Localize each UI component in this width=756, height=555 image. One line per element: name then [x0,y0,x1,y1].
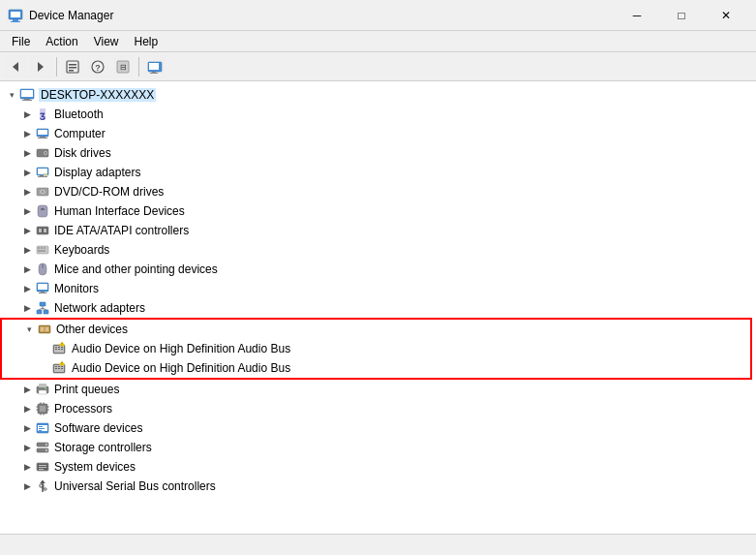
menu-help[interactable]: Help [127,33,166,50]
svg-text:?: ? [95,63,101,73]
tree-item-audio1[interactable]: ! Audio Device on High Definition Audio … [2,339,750,358]
display-expander[interactable]: ▶ [19,165,35,180]
svg-rect-17 [150,73,158,74]
tree-item-mice[interactable]: ▶ Mice and other pointing devices [0,260,756,279]
tree-item-bluetooth[interactable]: ▶ ʒ Bluetooth [0,105,756,124]
app-icon [8,8,23,23]
svg-rect-2 [13,19,18,21]
computer-expander[interactable]: ▶ [19,126,35,141]
close-button[interactable]: ✕ [704,0,748,31]
dvd-expander[interactable]: ▶ [19,184,35,200]
tree-item-print[interactable]: ▶ Print queues [0,380,756,399]
svg-rect-80 [55,366,57,367]
other-devices-label: Other devices [56,323,128,336]
svg-rect-56 [41,292,45,293]
toolbar-sep-2 [138,57,139,77]
usb-icon [35,478,50,494]
svg-rect-8 [69,67,76,69]
svg-rect-47 [38,247,40,249]
update-driver-button[interactable]: ⊟ [111,55,135,78]
computer-label: Computer [54,127,106,140]
disk-expander[interactable]: ▶ [19,145,35,161]
tree-root[interactable]: ▾ DESKTOP-XXXXXXX [0,85,756,105]
menu-action[interactable]: Action [38,33,85,50]
menu-file[interactable]: File [4,33,38,50]
display-adapter-icon [35,165,50,180]
svg-line-62 [39,308,43,310]
tree-item-dvd[interactable]: ▶ DVD/CD-ROM drives [0,182,756,201]
mice-expander[interactable]: ▶ [19,262,35,277]
svg-rect-60 [44,310,48,314]
software-expander[interactable]: ▶ [19,420,35,436]
bluetooth-expander[interactable]: ▶ [19,107,35,122]
tree-item-hid[interactable]: ▶ Human Interface Devices [0,201,756,221]
ide-expander[interactable]: ▶ [19,223,35,238]
svg-marker-5 [38,62,44,72]
tree-item-disk[interactable]: ▶ Disk drives [0,143,756,163]
monitors-expander[interactable]: ▶ [19,281,35,296]
svg-rect-104 [39,426,43,427]
system-expander[interactable]: ▶ [19,459,35,475]
software-icon [35,420,50,436]
svg-line-63 [43,308,46,310]
audio2-expander [37,360,52,376]
svg-rect-59 [37,310,42,314]
properties-button[interactable] [61,55,84,78]
tree-item-storage[interactable]: ▶ Storage controllers [0,438,756,457]
help-button[interactable]: ? [86,55,109,78]
hid-expander[interactable]: ▶ [19,203,35,219]
svg-rect-106 [39,430,42,431]
svg-rect-75 [61,349,63,350]
monitor-icon [35,281,50,296]
tree-item-ide[interactable]: ▶ IDE ATA/ATAPI controllers [0,221,756,240]
tree-item-system[interactable]: ▶ System devices [0,457,756,477]
minimize-button[interactable]: ─ [615,0,659,31]
tree-item-display[interactable]: ▶ Display adapters [0,163,756,182]
audio2-label: Audio Device on High Definition Audio Bu… [72,361,290,375]
menu-view[interactable]: View [86,33,127,50]
processors-expander[interactable]: ▶ [19,401,35,416]
tree-item-monitors[interactable]: ▶ Monitors [0,279,756,298]
network-expander[interactable]: ▶ [19,300,35,316]
audio2-warning-icon: ! [52,360,68,376]
svg-marker-4 [13,62,18,72]
tree-item-software[interactable]: ▶ Software devices [0,418,756,438]
svg-rect-44 [39,229,42,232]
svg-rect-7 [69,64,76,66]
forward-button[interactable] [29,55,52,78]
computer-icon [19,87,35,103]
audio1-expander [37,341,52,356]
svg-point-30 [45,152,46,154]
svg-text:⊟: ⊟ [120,63,127,72]
svg-rect-72 [61,347,63,348]
svg-text:ʒ: ʒ [40,109,45,120]
keyboard-expander[interactable]: ▶ [19,242,35,258]
svg-rect-89 [39,384,46,387]
tree-view[interactable]: ▾ DESKTOP-XXXXXXX ▶ ʒ Bluetoot [0,81,756,534]
keyboard-icon [35,242,50,258]
svg-rect-49 [44,247,45,249]
dvd-icon [35,184,50,200]
root-expander[interactable]: ▾ [4,87,19,103]
svg-rect-82 [61,366,63,367]
back-button[interactable] [4,55,27,78]
maximize-button[interactable]: □ [659,0,704,31]
dvd-label: DVD/CD-ROM drives [54,185,164,199]
print-expander[interactable]: ▶ [19,382,35,397]
other-devices-expander[interactable]: ▾ [21,322,37,337]
show-hidden-button[interactable] [143,55,166,78]
tree-item-processors[interactable]: ▶ Processors [0,399,756,418]
tree-item-network[interactable]: ▶ Network adapters [0,298,756,318]
tree-item-other-devices[interactable]: ▾ Other devices [2,320,750,339]
usb-expander[interactable]: ▶ [19,478,35,494]
tree-item-audio2[interactable]: ! Audio Device on High Definition Audio … [2,358,750,378]
tree-item-usb[interactable]: ▶ Universal Serial Bus controllers [0,477,756,496]
toolbar: ? ⊟ [0,52,756,81]
svg-rect-20 [24,99,30,100]
svg-rect-55 [38,284,47,290]
tree-item-computer[interactable]: ▶ Computer [0,124,756,143]
tree-item-keyboard[interactable]: ▶ Keyboards [0,240,756,260]
software-label: Software devices [54,421,142,435]
storage-expander[interactable]: ▶ [19,440,35,455]
disk-label: Disk drives [54,146,111,160]
